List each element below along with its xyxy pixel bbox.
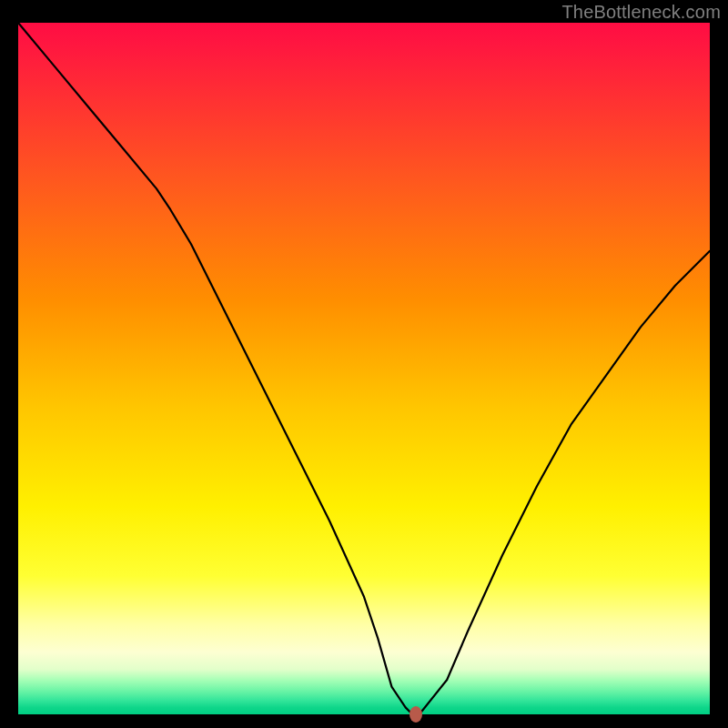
chart-container: TheBottleneck.com [0,0,728,728]
watermark-text: TheBottleneck.com [561,2,721,23]
curve-path [18,23,710,714]
bottleneck-curve [18,23,710,714]
minimum-marker [410,706,422,723]
plot-area [18,23,710,714]
